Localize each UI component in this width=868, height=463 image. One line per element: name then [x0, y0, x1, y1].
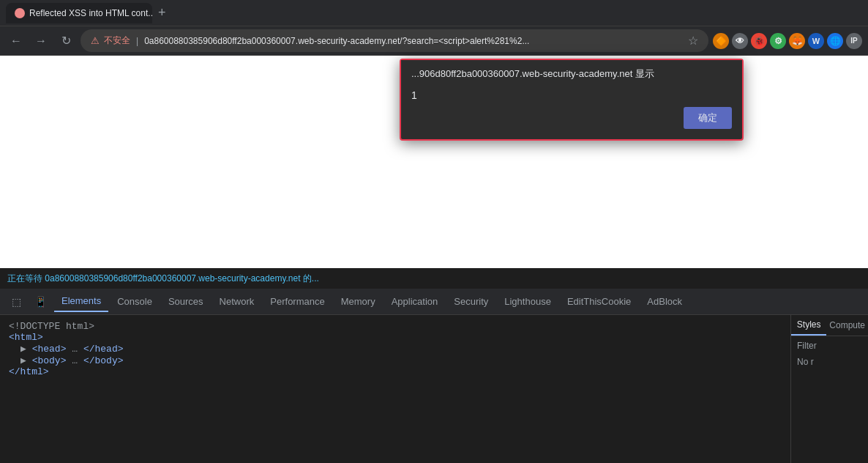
address-input[interactable]: ⚠ 不安全 | 0a8600880385906d80ff2ba000360007…	[81, 29, 708, 52]
html-doctype-line: <!DOCTYPE html>	[9, 321, 782, 332]
tab-application[interactable]: Application	[384, 292, 446, 311]
alert-value: 1	[411, 89, 732, 101]
ext-icon-5[interactable]: 🦊	[789, 33, 805, 49]
address-bar-row: ← → ↻ ⚠ 不安全 | 0a8600880385906d80ff2ba000…	[0, 26, 868, 56]
tab-security[interactable]: Security	[446, 292, 495, 311]
devtools-panel: ⬚ 📱 Elements Console Sources Network Per…	[0, 289, 868, 447]
status-bar: 正在等待 0a8600880385906d80ff2ba000360007.we…	[0, 268, 868, 289]
html-body-line[interactable]: ▶ <body> … </body>	[9, 355, 782, 366]
tab-console[interactable]: Console	[110, 292, 160, 311]
insecure-icon: ⚠	[91, 35, 100, 46]
ext-icon-1[interactable]: 🔶	[713, 33, 729, 49]
alert-title: ...906d80ff2ba000360007.web-security-aca…	[411, 68, 654, 79]
html-close-tag-line: </html>	[9, 366, 782, 377]
tab-network[interactable]: Network	[212, 292, 262, 311]
tab-adblock[interactable]: AdBlock	[640, 292, 689, 311]
sidebar-tabs: Styles Compute	[791, 315, 868, 336]
extension-icons: 🔶 👁 🐞 ⚙ 🦊 W 🌐 IP	[713, 33, 862, 49]
ext-icon-3[interactable]: 🐞	[751, 33, 767, 49]
ext-icon-ip[interactable]: IP	[846, 33, 862, 49]
tab-sources[interactable]: Sources	[161, 292, 211, 311]
tab-editthiscookie[interactable]: EditThisCookie	[560, 292, 638, 311]
tab-memory[interactable]: Memory	[334, 292, 383, 311]
tab-bar: Reflected XSS into HTML cont... × +	[0, 0, 868, 26]
devtools-content: <!DOCTYPE html> <html> ▶ <head> … </head…	[0, 315, 868, 463]
alert-header: ...906d80ff2ba000360007.web-security-aca…	[401, 60, 742, 85]
devtools-cursor-icon[interactable]: ⬚	[6, 293, 27, 311]
url-separator: |	[136, 36, 138, 46]
reload-button[interactable]: ↻	[56, 31, 76, 51]
html-tag-line: <html>	[9, 332, 782, 343]
filter-label: Filter	[791, 336, 868, 355]
insecure-label: 不安全	[104, 34, 130, 47]
devtools-device-icon[interactable]: 📱	[29, 293, 53, 311]
bookmark-button[interactable]: ☆	[688, 34, 698, 48]
sidebar-tab-computed[interactable]: Compute	[826, 315, 868, 336]
tab-lighthouse[interactable]: Lighthouse	[497, 292, 558, 311]
tab-title: Reflected XSS into HTML cont...	[29, 8, 152, 18]
alert-body: 1 确定	[401, 85, 742, 139]
devtools-elements-panel: <!DOCTYPE html> <html> ▶ <head> … </head…	[0, 315, 790, 463]
devtools-tabs: ⬚ 📱 Elements Console Sources Network Per…	[0, 289, 868, 315]
page-content: ...906d80ff2ba000360007.web-security-aca…	[0, 56, 868, 268]
active-tab[interactable]: Reflected XSS into HTML cont... ×	[6, 3, 152, 23]
html-head-line[interactable]: ▶ <head> … </head>	[9, 343, 782, 355]
new-tab-button[interactable]: +	[155, 2, 169, 23]
sidebar-tab-styles[interactable]: Styles	[791, 315, 826, 336]
alert-ok-button[interactable]: 确定	[684, 107, 732, 129]
url-text: 0a8600880385906d80ff2ba000360007.web-sec…	[144, 36, 684, 46]
back-button[interactable]: ←	[6, 31, 26, 51]
ext-icon-globe[interactable]: 🌐	[827, 33, 843, 49]
ext-icon-word[interactable]: W	[808, 33, 824, 49]
no-rule-text: No r	[791, 355, 868, 368]
status-text: 正在等待 0a8600880385906d80ff2ba000360007.we…	[7, 273, 319, 285]
ext-icon-2[interactable]: 👁	[732, 33, 748, 49]
tab-favicon	[15, 8, 25, 18]
ext-icon-4[interactable]: ⚙	[770, 33, 786, 49]
tab-performance[interactable]: Performance	[263, 292, 332, 311]
devtools-sidebar: Styles Compute Filter No r	[790, 315, 868, 463]
tab-elements[interactable]: Elements	[54, 291, 108, 312]
alert-dialog: ...906d80ff2ba000360007.web-security-aca…	[400, 59, 744, 141]
forward-button[interactable]: →	[31, 31, 51, 51]
